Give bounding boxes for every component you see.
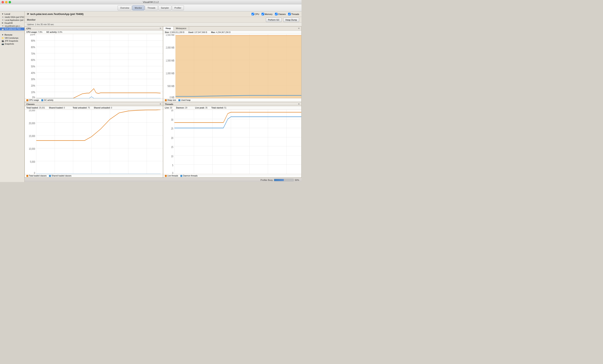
main-toolbar: Overview Monitor Threads Sampler Profile… <box>0 4 302 11</box>
svg-text:90%: 90% <box>31 39 35 42</box>
sidebar-item-jfr[interactable]: 🎬 JFR Snapshots <box>0 39 24 43</box>
memory-checkbox-item[interactable]: Memory <box>262 13 273 15</box>
camera-icon: 📷 <box>1 43 4 45</box>
cpu-chart-title: CPU <box>26 27 31 30</box>
cpu-chart-close[interactable]: ✕ <box>160 27 161 30</box>
svg-text:30%: 30% <box>31 78 35 81</box>
remote-label: Remote <box>4 34 12 36</box>
classes-checkbox[interactable] <box>275 13 278 15</box>
threads-chart-close[interactable]: ✕ <box>298 103 300 105</box>
shared-classes-legend: Shared loaded classes <box>49 175 71 177</box>
heap-size-legend-label: Heap size <box>167 99 176 101</box>
profiler-status: Profiler Busy 50% <box>261 179 299 181</box>
cpu-usage-label: CPU usage: <box>26 31 37 33</box>
svg-text:5: 5 <box>172 164 173 167</box>
profiler-busy-label: Profiler Busy <box>261 179 273 181</box>
content-area: ⟳ tech.pdai.test.oom.TestOomApp (pid 704… <box>24 11 302 182</box>
cpu-chart-legend: CPU usage GC activity <box>25 98 163 102</box>
svg-text:25: 25 <box>171 127 173 130</box>
threads-checkbox-item[interactable]: Threads <box>288 13 299 15</box>
live-value: 33 <box>170 107 172 109</box>
threads-checkbox[interactable] <box>288 13 291 15</box>
monitor-button[interactable]: Monitor <box>132 5 145 11</box>
app-title-text: tech.pdai.test.oom.TestOomApp (pid 70408… <box>30 12 84 15</box>
shared-loaded-label: Shared loaded: <box>49 107 63 109</box>
gc-activity-label: GC activity: <box>46 31 58 33</box>
perform-gc-button[interactable]: Perform GC <box>266 18 282 22</box>
remote-header: ▼ Remote <box>0 33 24 36</box>
sidebar-item-visualvm[interactable]: 👁 VisualVM <box>0 22 24 24</box>
used-heap-legend-label: Used heap <box>181 99 190 101</box>
sidebar-item-testoom[interactable]: ☕ tech.pdai.test.TestOomApp (pi) <box>0 27 24 31</box>
cpu-checkbox[interactable] <box>252 13 254 15</box>
local-header: ▼ Local <box>0 12 24 16</box>
total-loaded-label: Total loaded: <box>26 107 38 109</box>
progress-bar-background <box>274 179 294 181</box>
memory-checkbox[interactable] <box>262 13 264 15</box>
heap-chart-legend: Heap size Used heap <box>163 98 301 102</box>
sidebar-item-launcher[interactable]: ☕ org.jetbrains.jps.cmdline.Launcher <box>0 24 24 27</box>
threads-chart-svg: 35 30 25 20 15 10 5 0 下午6:48 下午6:49 下午6:… <box>163 110 301 174</box>
heap-max-stat: Max: 4,294,967,296 B <box>211 31 231 34</box>
svg-text:10%: 10% <box>31 91 35 94</box>
live-threads-legend: Live threads <box>165 175 178 177</box>
heap-dump-button[interactable]: Heap Dump <box>283 18 299 22</box>
cpu-checkbox-item[interactable]: CPU <box>252 13 259 15</box>
cpu-checkbox-label: CPU <box>255 13 259 15</box>
classes-chart-body: 25,000 20,000 15,000 10,000 5,000 0 下午6:… <box>25 110 163 174</box>
svg-text:30: 30 <box>171 118 173 121</box>
svg-text:2,000 MB: 2,000 MB <box>166 46 174 49</box>
heap-chart-close[interactable]: ✕ <box>296 26 301 31</box>
shared-classes-color <box>49 175 51 177</box>
total-unloaded-stat: Total unloaded: 75 <box>73 107 90 109</box>
app-title-bar: ⟳ tech.pdai.test.oom.TestOomApp (pid 704… <box>27 12 84 15</box>
heap-chart-stats: Size: 2,569,011,200 B Used: 137,847,968 … <box>163 31 301 34</box>
checkboxes-bar: CPU Memory Classes Threads <box>252 13 299 15</box>
sidebar-item-snapshots[interactable]: 📷 Snapshots <box>0 43 24 46</box>
close-button[interactable] <box>1 1 4 3</box>
threads-button[interactable]: Threads <box>145 5 158 11</box>
progress-bar-fill <box>274 179 284 181</box>
total-started-value: 51 <box>224 107 226 109</box>
svg-text:20%: 20% <box>31 84 35 87</box>
titlebar: VisualVM 2.1.2 <box>0 0 302 4</box>
profiler-button[interactable]: Profiler <box>172 5 184 11</box>
sidebar-item-localapp[interactable]: ☕ Local Application (pid 70187) <box>0 19 24 22</box>
svg-text:70%: 70% <box>31 52 35 55</box>
overview-button[interactable]: Overview <box>118 5 132 11</box>
main-container: ▼ Local ☕ IntelliJ IDEA (pid 57623) ☕ Lo… <box>0 11 302 182</box>
uptime-text: Uptime: 1 hrs 35 min 50 sec <box>27 23 54 25</box>
svg-text:10,000: 10,000 <box>29 147 35 150</box>
cpu-legend-item: CPU usage <box>26 99 39 101</box>
classes-chart-panel: Classes ✕ Total loaded: 25,031 Shared lo… <box>24 102 163 178</box>
maximize-button[interactable] <box>9 1 11 3</box>
heap-chart-body: 2,500 MB 2,000 MB 1,500 MB 1,000 MB 500 … <box>163 34 301 98</box>
cpu-usage-value: 7.8% <box>38 31 43 33</box>
minimize-button[interactable] <box>5 1 8 3</box>
heap-max-value: 4,294,967,296 B <box>216 31 231 34</box>
live-peak-label: Live peak: <box>195 107 205 109</box>
classes-chart-close[interactable]: ✕ <box>160 103 161 105</box>
sampler-button[interactable]: Sampler <box>158 5 172 11</box>
svg-text:5,000: 5,000 <box>30 160 35 163</box>
classes-checkbox-item[interactable]: Classes <box>275 13 286 15</box>
sidebar-item-coredumps[interactable]: 📁 VM Coredumps <box>0 36 24 39</box>
classes-chart-svg: 25,000 20,000 15,000 10,000 5,000 0 下午6:… <box>25 110 163 174</box>
film-icon: 🎬 <box>1 40 4 42</box>
shared-unloaded-value: 0 <box>111 107 112 109</box>
metaspace-tab[interactable]: Metaspace <box>174 26 189 31</box>
java-icon: ☕ <box>1 16 4 18</box>
svg-text:35: 35 <box>171 110 173 112</box>
heap-tab[interactable]: Heap <box>163 26 174 31</box>
shared-unloaded-stat: Shared unloaded: 0 <box>94 107 112 109</box>
heap-chart-svg: 2,500 MB 2,000 MB 1,500 MB 1,000 MB 500 … <box>163 34 301 98</box>
cpu-chart-body: 100% 90% 80% 70% 60% 50% 40% 30% 20% 10%… <box>25 34 163 98</box>
sidebar-divider <box>0 32 24 32</box>
sidebar-item-intellij[interactable]: ☕ IntelliJ IDEA (pid 57623) <box>0 16 24 19</box>
heap-max-label: Max: <box>211 31 216 34</box>
daemon-value: 29 <box>185 107 187 109</box>
svg-text:2,500 MB: 2,500 MB <box>166 34 174 36</box>
threads-chart-panel: Threads ✕ Live: 33 Daemon: 29 Live peak: <box>163 102 302 178</box>
folder-icon: 📁 <box>1 37 4 39</box>
live-peak-stat: Live peak: 35 <box>195 107 208 109</box>
